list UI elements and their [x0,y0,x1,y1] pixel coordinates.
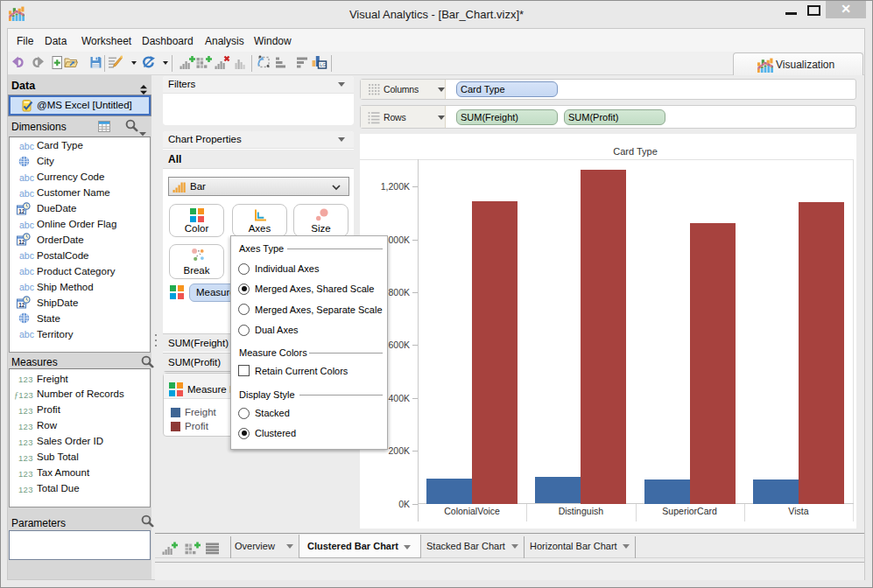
svg-text:LG: LG [320,62,326,67]
